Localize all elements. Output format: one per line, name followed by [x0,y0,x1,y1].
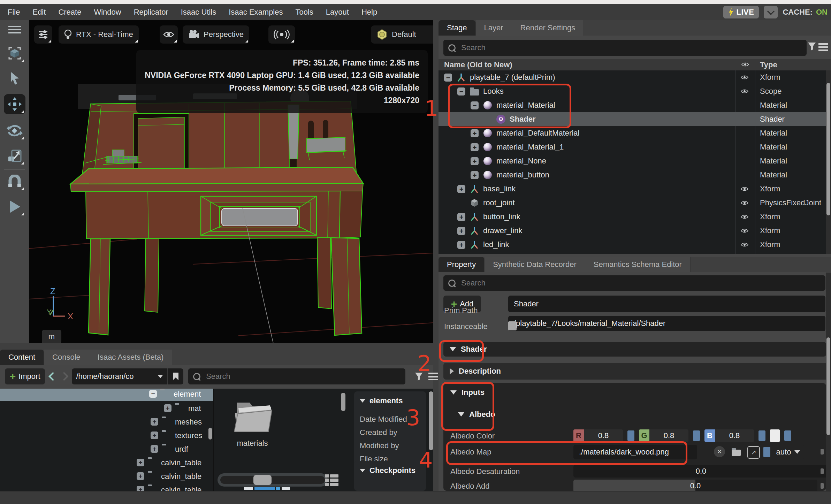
menu-isaac-examples[interactable]: Isaac Examples [229,8,283,17]
content-search-input[interactable] [205,372,401,381]
filter-icon[interactable] [807,42,816,51]
collapse-icon[interactable]: − [457,87,465,96]
expand-icon[interactable]: + [471,143,479,151]
tab-layer[interactable]: Layer [476,20,512,36]
tree-item-mat[interactable]: + mat [0,402,213,415]
color-swatch[interactable] [770,429,780,442]
tab-console[interactable]: Console [44,350,89,365]
property-search-input[interactable] [460,278,821,288]
eye-icon[interactable] [740,200,749,206]
stage-scrollbar[interactable] [826,70,831,254]
back-icon[interactable] [48,372,57,381]
view-mode-toggle-icon[interactable] [325,474,340,486]
tree-row-base-link[interactable]: + base_link Xform [439,182,831,196]
expand-icon[interactable]: + [151,418,158,426]
bookmark-button[interactable] [167,368,183,384]
tab-content[interactable]: Content [0,350,44,365]
move-tool-button[interactable] [4,94,25,114]
colorspace-dropdown[interactable]: auto [772,445,804,459]
shader-section-header[interactable]: Shader [443,342,826,357]
prim-path-field[interactable]: /playtable_7/Looks/material_Material/Sha… [508,316,825,331]
menu-create[interactable]: Create [58,8,81,17]
expand-icon[interactable]: + [457,185,465,193]
camera-button[interactable]: Perspective [183,25,249,44]
tree-item-urdf[interactable]: + urdf [0,442,213,456]
tab-stage[interactable]: Stage [439,20,476,36]
tree-row-looks[interactable]: − Looks Scope [439,84,831,98]
tree-scroll-thumb[interactable] [208,428,212,440]
reset-indicator[interactable] [821,483,824,489]
forward-icon[interactable] [60,372,68,381]
lighting-button[interactable]: Default [371,25,433,44]
channel-handle[interactable] [627,430,634,441]
reset-indicator[interactable] [821,468,824,474]
unit-chip[interactable]: m [42,330,61,343]
tree-row-material-default[interactable]: + material_DefaultMaterial Material [439,126,831,140]
menu-isaac-utils[interactable]: Isaac Utils [181,8,216,17]
scale-tool-button[interactable] [4,146,25,166]
expand-icon[interactable]: + [457,227,465,235]
grid-scroll-thumb[interactable] [341,393,345,411]
cursor-select-button[interactable] [4,68,25,89]
blue-channel[interactable]: B 0.8 [704,429,754,442]
tree-row-material-material[interactable]: − material_Material Material [439,98,831,112]
green-channel[interactable]: G 0.8 [639,429,688,442]
tab-render-settings[interactable]: Render Settings [512,20,584,36]
audio-button[interactable] [268,25,295,44]
albedo-desaturation-field[interactable]: 0.0 [573,465,829,478]
channel-handle[interactable] [693,430,700,441]
content-search[interactable] [188,368,405,384]
tree-row-drawer-link[interactable]: + drawer_link Xform [439,224,831,238]
tree-item-textures[interactable]: + textures [0,429,213,442]
eye-icon[interactable] [740,214,749,220]
viewport-settings-button[interactable] [34,25,52,44]
expand-icon[interactable]: + [137,459,144,466]
tree-row-shader-selected[interactable]: ⚙ Shader Shader [439,112,831,126]
grid-item-materials[interactable]: materials [228,398,277,448]
slider-handle[interactable] [253,475,272,485]
prim-type-field[interactable]: Shader [508,296,825,312]
tree-row-material-none[interactable]: + material_None Material [439,154,831,168]
collapse-icon[interactable]: − [149,390,157,398]
live-button[interactable]: LIVE [723,6,759,18]
expand-icon[interactable]: + [457,213,465,221]
thumbnail-size-slider[interactable] [218,473,328,487]
inputs-section-header[interactable]: Inputs [450,388,520,397]
collapse-icon[interactable]: − [471,101,479,109]
import-button[interactable]: + Import [5,368,45,384]
expand-icon[interactable]: + [151,432,158,439]
collapse-icon[interactable]: − [444,74,452,82]
folder-browse-icon[interactable] [731,446,742,457]
map-handle[interactable] [763,447,770,457]
tree-item-elements[interactable]: − element [0,389,213,401]
rotate-tool-button[interactable] [4,121,25,141]
red-channel[interactable]: R 0.8 [573,429,623,442]
snap-tool-button[interactable] [4,171,25,191]
channel-handle[interactable] [784,430,791,441]
tab-semantics-schema-editor[interactable]: Semantics Schema Editor [585,257,691,272]
menu-window[interactable]: Window [94,8,121,17]
expand-icon[interactable]: + [457,241,465,249]
expand-icon[interactable]: + [137,486,144,491]
renderer-button[interactable]: RTX - Real-Time [59,25,139,44]
expand-icon[interactable]: + [151,445,158,453]
description-section-header[interactable]: Description [443,363,831,380]
checkpoints-header[interactable]: Checkpoints [354,461,426,479]
play-button[interactable] [4,197,25,217]
tab-property[interactable]: Property [439,257,485,272]
rail-handle-icon[interactable] [4,24,25,36]
viewport-3d[interactable]: Z X Y RTX - Real-Time [29,20,433,343]
menu-layout[interactable]: Layout [326,8,349,17]
tree-row-root-joint[interactable]: root_joint PhysicsFixedJoint [439,196,831,210]
tree-item-calvin-table[interactable]: + calvin_table [0,456,213,469]
albedo-add-field[interactable]: 0.0 [573,480,817,492]
albedo-map-field[interactable]: ./materials/dark_wood.png [573,445,697,459]
property-scrollbar[interactable] [826,273,831,491]
tab-synthetic-data-recorder[interactable]: Synthetic Data Recorder [485,257,585,272]
expand-icon[interactable]: + [471,129,479,137]
instanceable-checkbox[interactable] [508,321,517,330]
property-search[interactable] [443,275,825,291]
open-external-icon[interactable]: ↗ [747,446,760,459]
eye-icon[interactable] [740,186,749,192]
stage-search[interactable] [443,40,807,56]
